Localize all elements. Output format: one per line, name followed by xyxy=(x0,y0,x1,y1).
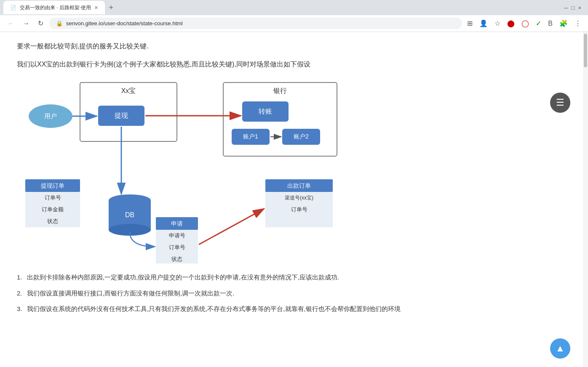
url-text: senvon.gitee.io/user-doc/state/state-cou… xyxy=(66,20,455,27)
list-text-3: 我们假设在系统的代码外没有任何技术工具,只有我们开发的系统,不存在分布式事务等的… xyxy=(27,303,558,314)
svg-text:订单号: 订单号 xyxy=(291,206,307,213)
svg-rect-44 xyxy=(265,215,333,227)
list-text-1: 出款到卡排除各种内部原因,一定要成功,假设用户提交的一个出款到卡的申请,在没有意… xyxy=(27,272,558,283)
new-tab-button[interactable]: + xyxy=(107,3,116,12)
scroll-to-top-button[interactable]: ▲ xyxy=(550,338,570,359)
paragraph-1: 要求一般都比较苛刻,提供的服务又比较关键. xyxy=(17,40,558,52)
svg-text:状态: 状态 xyxy=(47,218,58,224)
svg-text:Xx宝: Xx宝 xyxy=(121,87,136,94)
back-button[interactable]: ← xyxy=(5,18,17,29)
addon3-icon[interactable]: ✓ xyxy=(534,18,543,29)
list-number-1: 1. xyxy=(17,272,27,283)
list-text-2: 我们假设直接调用银行接口,而银行方面没有做任何限制,调一次就出款一次. xyxy=(27,288,558,299)
list-number-2: 2. xyxy=(17,288,27,299)
browser-controls: ─ □ × xyxy=(564,5,581,11)
star-icon[interactable]: ☆ xyxy=(493,18,502,29)
diagram-svg: Xx宝 银行 用户 提现 转账 账户1 xyxy=(17,78,345,263)
hamburger-icon: ☰ xyxy=(556,98,564,107)
svg-text:订单金额: 订单金额 xyxy=(42,206,64,213)
lock-icon: 🔒 xyxy=(56,20,63,27)
svg-text:渠道号(xx宝): 渠道号(xx宝) xyxy=(285,195,313,201)
forward-button[interactable]: → xyxy=(20,18,32,29)
svg-text:订单号: 订单号 xyxy=(45,194,61,201)
nav-icons: ⊞ 👤 ☆ ⬤ ◯ ✓ B 🧩 ⋮ xyxy=(465,18,583,29)
addon4-icon[interactable]: B xyxy=(546,18,554,29)
addon5-icon[interactable]: 🧩 xyxy=(558,18,569,29)
maximize-icon[interactable]: □ xyxy=(572,5,575,11)
list-item-3: 3. 我们假设在系统的代码外没有任何技术工具,只有我们开发的系统,不存在分布式事… xyxy=(17,303,558,314)
tab-bar: 📄 交易一致的由来 · 后路框架·使用 × + ─ □ × xyxy=(0,0,588,15)
scrollbar-thumb[interactable] xyxy=(584,34,587,67)
svg-text:提现订单: 提现订单 xyxy=(41,182,64,189)
svg-text:转账: 转账 xyxy=(259,108,272,115)
extensions-icon[interactable]: ⊞ xyxy=(465,18,474,29)
nav-bar: ← → ↻ 🔒 senvon.gitee.io/user-doc/state/s… xyxy=(0,15,588,32)
list-item-1: 1. 出款到卡排除各种内部原因,一定要成功,假设用户提交的一个出款到卡的申请,在… xyxy=(17,272,558,283)
tab-title: 交易一致的由来 · 后路框架·使用 xyxy=(20,4,91,11)
active-tab[interactable]: 📄 交易一致的由来 · 后路框架·使用 × xyxy=(3,1,105,14)
reload-button[interactable]: ↻ xyxy=(35,18,46,29)
arrow-up-icon: ▲ xyxy=(556,343,565,354)
paragraph-2: 我们以XX宝的出款到银行卡为例(这个例子大家都比较熟悉,而且比较关键),同时对场… xyxy=(17,59,558,70)
svg-text:DB: DB xyxy=(125,211,134,218)
url-bar[interactable]: 🔒 senvon.gitee.io/user-doc/state/state-c… xyxy=(49,18,462,29)
tab-favicon: 📄 xyxy=(10,5,16,11)
svg-text:申请: 申请 xyxy=(171,220,183,227)
addon1-icon[interactable]: ⬤ xyxy=(505,18,516,29)
content-wrapper: 要求一般都比较苛刻,提供的服务又比较关键. 我们以XX宝的出款到银行卡为例(这个… xyxy=(0,32,588,367)
svg-text:用户: 用户 xyxy=(44,112,57,120)
svg-text:状态: 状态 xyxy=(171,256,182,262)
svg-text:提现: 提现 xyxy=(115,112,128,119)
svg-line-45 xyxy=(199,209,264,245)
float-menu-button[interactable]: ☰ xyxy=(550,93,570,113)
svg-text:账户2: 账户2 xyxy=(294,133,309,140)
svg-text:申请号: 申请号 xyxy=(169,232,185,239)
scrollbar-track[interactable] xyxy=(583,32,588,367)
svg-text:银行: 银行 xyxy=(273,87,287,94)
addon2-icon[interactable]: ◯ xyxy=(520,18,531,29)
minimize-icon[interactable]: ─ xyxy=(564,5,568,11)
diagram-container: Xx宝 银行 用户 提现 转账 账户1 xyxy=(17,78,345,263)
list-container: 1. 出款到卡排除各种内部原因,一定要成功,假设用户提交的一个出款到卡的申请,在… xyxy=(17,272,558,314)
profile-icon[interactable]: 👤 xyxy=(478,18,489,29)
close-window-icon[interactable]: × xyxy=(578,5,581,11)
main-content: 要求一般都比较苛刻,提供的服务又比较关键. 我们以XX宝的出款到银行卡为例(这个… xyxy=(0,32,583,367)
menu-button[interactable]: ⋮ xyxy=(573,18,583,29)
svg-text:订单号: 订单号 xyxy=(169,244,185,250)
list-number-3: 3. xyxy=(17,303,27,314)
browser-chrome: 📄 交易一致的由来 · 后路框架·使用 × + ─ □ × ← → ↻ 🔒 se… xyxy=(0,0,588,32)
svg-text:出款订单: 出款订单 xyxy=(287,182,311,189)
tab-close-button[interactable]: × xyxy=(94,4,98,11)
svg-text:账户1: 账户1 xyxy=(243,133,258,140)
list-item-2: 2. 我们假设直接调用银行接口,而银行方面没有做任何限制,调一次就出款一次. xyxy=(17,288,558,299)
